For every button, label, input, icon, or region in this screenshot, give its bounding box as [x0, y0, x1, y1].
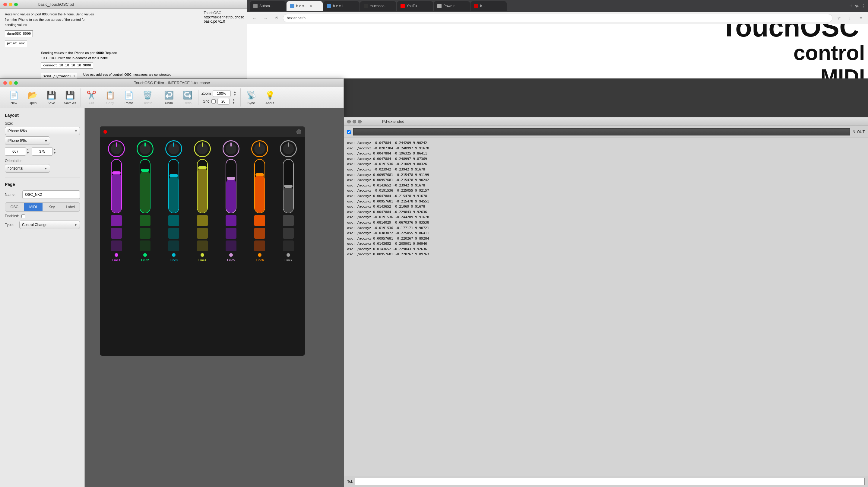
- open-button[interactable]: 📂 Open: [24, 88, 42, 106]
- pd-ext-min[interactable]: [352, 120, 356, 123]
- minimize-dot[interactable]: [9, 3, 12, 6]
- pad-5b[interactable]: [226, 228, 237, 239]
- width-input[interactable]: [5, 147, 26, 156]
- grid-input[interactable]: [217, 98, 229, 105]
- knob-1[interactable]: [108, 140, 125, 157]
- page-name-input[interactable]: [22, 190, 80, 199]
- cut-button[interactable]: ✂️ Cut: [82, 88, 100, 106]
- pad-3b[interactable]: [168, 228, 179, 239]
- new-button[interactable]: 📄 New: [5, 88, 23, 106]
- pad-7a[interactable]: [283, 215, 294, 226]
- pad-5a[interactable]: [226, 215, 237, 226]
- paste-button[interactable]: 📄 Paste: [120, 88, 138, 106]
- pd-node-connect[interactable]: connect 10.10.10.10 9000: [41, 62, 93, 69]
- fader-6[interactable]: [254, 159, 265, 213]
- pad-4a[interactable]: [197, 215, 208, 226]
- editor-maximize-dot[interactable]: [14, 81, 18, 85]
- pad-6a[interactable]: [254, 215, 265, 226]
- size-select-styled[interactable]: iPhone 6/6s ▼: [5, 136, 50, 145]
- tab-close-hex1[interactable]: ✕: [309, 4, 313, 8]
- fader-2[interactable]: [140, 159, 151, 213]
- fader-1[interactable]: [111, 159, 122, 213]
- knob-3[interactable]: [165, 140, 182, 157]
- knob-4[interactable]: [194, 140, 211, 157]
- zoom-stepper[interactable]: ▲▼: [232, 90, 237, 97]
- ch-label-3: Line3: [170, 258, 178, 262]
- pad-3a[interactable]: [168, 215, 179, 226]
- tab-power[interactable]: Powe r...: [434, 1, 470, 11]
- height-input[interactable]: [32, 147, 53, 156]
- tab-menu-btn[interactable]: ⋮: [861, 3, 866, 9]
- grid-checkbox[interactable]: [211, 99, 216, 103]
- tab-key[interactable]: Key: [42, 203, 61, 211]
- tab-autom[interactable]: Autom...: [250, 1, 286, 11]
- pd-ext-max[interactable]: [358, 120, 362, 123]
- fader-7[interactable]: [283, 159, 294, 213]
- knob-7[interactable]: [280, 140, 297, 157]
- pad-1c[interactable]: [111, 241, 122, 251]
- pad-3c[interactable]: [168, 241, 179, 251]
- pad-2c[interactable]: [140, 241, 151, 251]
- pad-4b[interactable]: [197, 228, 208, 239]
- url-bar[interactable]: hexler.net/p...: [283, 14, 832, 22]
- pad-6b[interactable]: [254, 228, 265, 239]
- pad-2a[interactable]: [140, 215, 151, 226]
- tab-overflow-btn[interactable]: ≫: [855, 4, 859, 8]
- sync-button[interactable]: 📡 Sync: [242, 88, 260, 106]
- redo-button[interactable]: ↪️ Redo: [179, 88, 197, 106]
- close-dot[interactable]: [3, 3, 7, 6]
- fader-3[interactable]: [168, 159, 179, 213]
- pad-1b[interactable]: [111, 228, 122, 239]
- knob-6[interactable]: [251, 140, 268, 157]
- size-select[interactable]: iPhone 6/6s iPad iPhone 5 Custom: [5, 127, 80, 135]
- pad-7c[interactable]: [283, 241, 294, 251]
- pd-ext-close[interactable]: [347, 120, 351, 123]
- tcl-input[interactable]: [355, 478, 865, 485]
- download-btn[interactable]: ↓: [846, 14, 854, 22]
- type-select[interactable]: Control Change ▼: [19, 220, 80, 229]
- knob-5[interactable]: [223, 140, 240, 157]
- knob-2[interactable]: [136, 140, 154, 157]
- pad-7b[interactable]: [283, 228, 294, 239]
- zoom-input[interactable]: [213, 90, 231, 97]
- tab-k[interactable]: k...: [470, 1, 507, 11]
- pad-1a[interactable]: [111, 215, 122, 226]
- tab-hex1[interactable]: h e x... ✕: [286, 1, 323, 11]
- save-button[interactable]: 💾 Save: [42, 88, 60, 106]
- save-as-icon: 💾: [65, 91, 75, 100]
- new-tab-btn[interactable]: +: [849, 3, 852, 9]
- tab-midi[interactable]: MIDI: [24, 203, 42, 211]
- save-as-button[interactable]: 💾 Save As: [61, 88, 79, 106]
- delete-button[interactable]: 🗑️ Delete: [138, 88, 157, 106]
- pad-4c[interactable]: [197, 241, 208, 251]
- fader-5[interactable]: [226, 159, 237, 213]
- bookmark-btn[interactable]: ☆: [835, 14, 843, 22]
- width-arrows[interactable]: ▲▼: [27, 148, 29, 155]
- pd-node-dump[interactable]: dumpOSC 8000: [5, 30, 33, 37]
- forward-button[interactable]: →: [261, 14, 270, 22]
- maximize-dot[interactable]: [14, 3, 18, 6]
- pad-5c[interactable]: [226, 241, 237, 251]
- tab-osc[interactable]: OSC: [5, 203, 24, 211]
- orientation-select[interactable]: horizontal ▼: [5, 164, 50, 173]
- fader-4[interactable]: [197, 159, 208, 213]
- back-button[interactable]: ←: [250, 14, 259, 22]
- tab-touchosc[interactable]: touchosc-...: [360, 1, 396, 11]
- tab-label[interactable]: Label: [61, 203, 80, 211]
- settings-btn[interactable]: ≡: [857, 14, 865, 22]
- height-arrows[interactable]: ▲▼: [53, 148, 56, 155]
- pd-node-print[interactable]: print osc: [5, 40, 27, 47]
- about-button[interactable]: 💡 About: [261, 88, 279, 106]
- editor-close-dot[interactable]: [3, 81, 7, 85]
- tab-hex2[interactable]: h e x l...: [323, 1, 360, 11]
- pd-ext-enable-checkbox[interactable]: [347, 130, 351, 134]
- grid-stepper[interactable]: ▲▼: [231, 98, 236, 105]
- editor-minimize-dot[interactable]: [9, 81, 12, 85]
- copy-button[interactable]: 📋 Copy: [101, 88, 119, 106]
- enabled-checkbox[interactable]: [22, 214, 25, 218]
- pad-2b[interactable]: [140, 228, 151, 239]
- refresh-button[interactable]: ↺: [272, 14, 280, 22]
- pad-6c[interactable]: [254, 241, 265, 251]
- tab-youtube[interactable]: YouTu...: [397, 1, 433, 11]
- undo-button[interactable]: ↩️ Undo: [160, 88, 178, 106]
